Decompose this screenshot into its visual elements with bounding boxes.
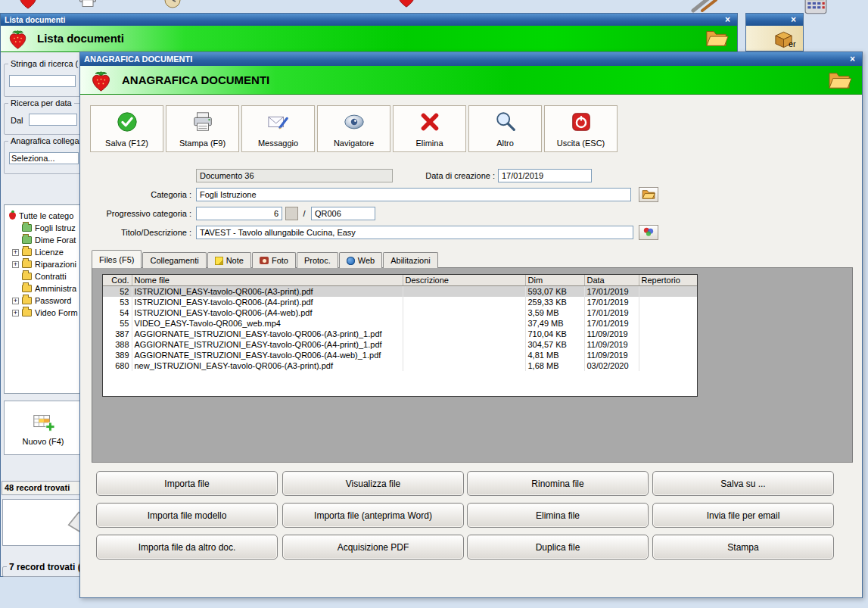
elimina-file-button[interactable]: Elimina file (467, 503, 649, 528)
col-header-nome-file[interactable]: Nome file (132, 275, 403, 286)
importa-file-da-altro-doc-button[interactable]: Importa file da altro doc. (96, 535, 278, 560)
title-colors-button[interactable] (639, 225, 658, 240)
tab-note[interactable]: Note (207, 252, 251, 268)
close-icon[interactable]: × (722, 15, 733, 25)
globe-icon (347, 257, 355, 265)
magnifier-icon (494, 111, 517, 135)
expander-icon[interactable]: + (12, 249, 19, 256)
date-from-label: Dal (11, 116, 23, 125)
exit-button-label: Uscita (ESC) (557, 139, 605, 148)
linked-registry-select[interactable]: Seleziona... (9, 152, 79, 164)
cell-name: ISTRUZIONI_EASY-tavolo-QR006-(A4-web).pd… (132, 307, 403, 318)
invia-file-per-email-button[interactable]: Invia file per email (652, 503, 834, 528)
close-icon[interactable]: × (847, 55, 858, 64)
cell-cod: 680 (103, 360, 132, 371)
expander-icon[interactable]: + (12, 261, 19, 268)
tools-icon[interactable] (690, 0, 720, 14)
cell-desc (403, 307, 525, 318)
tab-abilitazioni[interactable]: Abilitazioni (383, 252, 438, 268)
strawberry-icon[interactable] (17, 0, 39, 10)
cell-date: 17/01/2019 (584, 307, 639, 318)
category-browse-button[interactable] (639, 187, 658, 202)
folder-icon (22, 285, 32, 292)
expander-icon[interactable]: + (12, 310, 19, 316)
fragment-window-titlebar: × (746, 14, 803, 26)
col-header-data[interactable]: Data (584, 275, 639, 286)
col-header-descrizione[interactable]: Descrizione (403, 275, 525, 286)
search-input[interactable] (9, 75, 76, 87)
tab-files[interactable]: Files (F5) (92, 250, 142, 268)
expander-icon[interactable]: + (12, 298, 19, 304)
document-name-field[interactable]: Documento 36 (196, 169, 393, 182)
table-row[interactable]: 55VIDEO_EASY-Tavolo-QR006_web.mp437,49 M… (103, 318, 697, 329)
bottom-record-count-text: 7 record trovati ( (7, 562, 83, 572)
category-field[interactable]: Fogli Istruzione (196, 188, 631, 201)
table-row[interactable]: 387AGGIORNATE_ISTRUZIONI_EASY-tavolo-QR0… (103, 329, 697, 339)
folder-header-icon[interactable] (705, 27, 730, 50)
printer-desktop-icon[interactable] (77, 0, 98, 9)
strawberry-icon-2[interactable] (395, 0, 418, 8)
rinomina-file-button[interactable]: Rinomina file (467, 471, 649, 496)
message-button-label: Messaggio (258, 139, 298, 148)
detail-window-title: ANAGRAFICA DOCUMENTI (84, 55, 192, 64)
importa-file-anteprima-word-button[interactable]: Importa file (anteprima Word) (282, 503, 464, 528)
check-icon (116, 111, 138, 135)
eye-sphere-icon (343, 111, 366, 135)
clock-icon[interactable] (163, 0, 182, 9)
creation-date-label: Data di creazione : (406, 169, 495, 182)
fragment-window: × er (745, 13, 804, 51)
table-row[interactable]: 680new_ISTRUZIONI_EASY-tavolo-QR006-(A3-… (103, 360, 697, 371)
tab-protocollo[interactable]: Protoc. (297, 252, 338, 268)
col-header-cod[interactable]: Cod. (103, 275, 132, 286)
salva-su-button[interactable]: Salva su ... (652, 471, 834, 496)
new-record-button[interactable]: Nuovo (F4) (8, 404, 78, 451)
cell-desc (403, 286, 525, 298)
progressive-spinner-box[interactable] (285, 207, 298, 220)
col-header-repertorio[interactable]: Repertorio (639, 275, 697, 286)
visualizza-file-button[interactable]: Visualizza file (282, 471, 464, 496)
table-row[interactable]: 389AGGIORNATE_ISTRUZIONI_EASY-tavolo-QR0… (103, 350, 697, 360)
fragment-window-body: er (746, 26, 803, 51)
other-button[interactable]: Altro (468, 105, 542, 152)
creation-date-field[interactable]: 17/01/2019 (498, 169, 592, 182)
calculator-icon[interactable] (804, 0, 828, 14)
title-field[interactable]: TAVEST - Tavolo allungabile Cucina, Easy (196, 226, 633, 239)
importa-file-modello-button[interactable]: Importa file modello (96, 503, 278, 528)
folder-icon (22, 273, 32, 280)
exit-button[interactable]: Uscita (ESC) (544, 105, 618, 152)
tree-item-label: Tutte le catego (19, 211, 73, 220)
tab-foto[interactable]: Foto (252, 252, 296, 268)
message-button[interactable]: Messaggio (241, 105, 315, 152)
importa-file-button[interactable]: Importa file (96, 471, 278, 496)
tab-collegamenti[interactable]: Collegamenti (142, 252, 206, 268)
tab-label: Note (226, 256, 244, 265)
other-button-label: Altro (496, 139, 514, 148)
cell-date: 11/09/2019 (584, 350, 639, 360)
acquisizione-pdf-button[interactable]: Acquisizione PDF (282, 535, 464, 560)
files-table-wrap: Cod. Nome file Descrizione Dim Data Repe… (102, 274, 698, 397)
close-icon[interactable]: × (788, 15, 799, 25)
progressive-field[interactable]: 6 (196, 207, 282, 220)
table-row[interactable]: 53ISTRUZIONI_EASY-tavolo-QR006-(A4-print… (103, 297, 697, 307)
category-code-field[interactable]: QR006 (311, 207, 375, 220)
cell-rep (639, 318, 697, 329)
tab-web[interactable]: Web (339, 252, 382, 268)
detail-header: ANAGRAFICA DOCUMENTI (80, 66, 862, 95)
table-row[interactable]: 54ISTRUZIONI_EASY-tavolo-QR006-(A4-web).… (103, 307, 697, 318)
col-header-dim[interactable]: Dim (525, 275, 584, 286)
new-record-button-label: Nuovo (F4) (22, 437, 64, 446)
date-from-input[interactable] (29, 114, 77, 126)
duplica-file-button[interactable]: Duplica file (467, 535, 649, 560)
cell-name: new_ISTRUZIONI_EASY-tavolo-QR006-(A3-pri… (132, 360, 403, 371)
delete-button[interactable]: Elimina (393, 105, 466, 152)
cell-name: ISTRUZIONI_EASY-tavolo-QR006-(A4-print).… (132, 297, 403, 307)
detail-header-title: ANAGRAFICA DOCUMENTI (122, 73, 269, 86)
folder-header-icon[interactable] (828, 69, 853, 92)
table-row[interactable]: 52ISTRUZIONI_EASY-tavolo-QR006-(A3-print… (103, 286, 697, 298)
save-button[interactable]: Salva (F12) (90, 105, 163, 152)
cell-dim: 37,49 MB (525, 318, 584, 329)
table-row[interactable]: 388AGGIORNATE_ISTRUZIONI_EASY-tavolo-QR0… (103, 339, 697, 350)
navigator-button[interactable]: Navigatore (317, 105, 390, 152)
stampa-file-button[interactable]: Stampa (652, 535, 834, 560)
print-button[interactable]: Stampa (F9) (166, 105, 239, 152)
